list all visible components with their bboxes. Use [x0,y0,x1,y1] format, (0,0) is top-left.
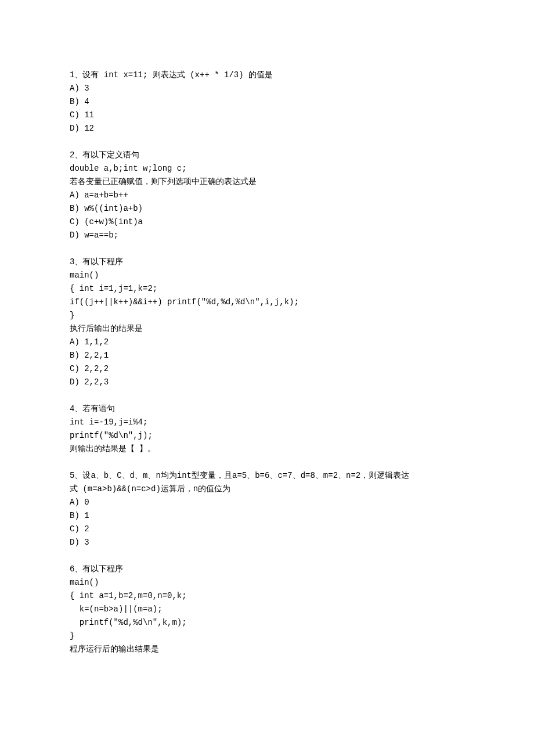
question-stem-line: 若各变量已正确赋值，则下列选项中正确的表达式是 [70,175,464,189]
question-option: D) 3 [70,536,464,549]
question-stem-line: printf("%d\n",j); [70,429,464,442]
question-1: 1、设有 int x=11; 则表达式 (x++ * 1/3) 的值是 A) 3… [70,69,464,135]
question-option: C) 11 [70,109,464,122]
question-option: C) (c+w)%(int)a [70,215,464,229]
question-option: D) w=a==b; [70,229,464,242]
question-stem-line: printf("%d,%d\n",k,m); [70,616,464,629]
question-stem-line: 式 (m=a>b)&&(n=c>d)运算后，n的值位为 [70,483,464,496]
question-stem-line: 程序运行后的输出结果是 [70,643,464,656]
question-option: B) 1 [70,509,464,523]
question-option: A) 3 [70,82,464,95]
question-stem-line: 1、设有 int x=11; 则表达式 (x++ * 1/3) 的值是 [70,69,464,82]
question-3: 3、有以下程序 main() { int i=1,j=1,k=2; if((j+… [70,255,464,389]
question-option: A) a=a+b=b++ [70,189,464,202]
question-option: C) 2 [70,523,464,536]
question-stem-line: k=(n=b>a)||(m=a); [70,603,464,616]
question-option: A) 0 [70,496,464,509]
question-option: B) 2,2,1 [70,349,464,362]
question-2: 2、有以下定义语句 double a,b;int w;long c; 若各变量已… [70,149,464,242]
question-option: B) 4 [70,95,464,109]
question-stem-line: { int a=1,b=2,m=0,n=0,k; [70,589,464,603]
question-stem-line: main() [70,576,464,589]
question-option: A) 1,1,2 [70,336,464,349]
question-stem-line: 2、有以下定义语句 [70,149,464,162]
question-option: D) 12 [70,122,464,135]
question-option: D) 2,2,3 [70,376,464,389]
question-stem-line: int i=-19,j=i%4; [70,416,464,429]
question-6: 6、有以下程序 main() { int a=1,b=2,m=0,n=0,k; … [70,563,464,656]
question-stem-line: if((j++||k++)&&i++) printf("%d,%d,%d\n",… [70,296,464,309]
question-stem-line: } [70,309,464,322]
question-stem-line: 3、有以下程序 [70,255,464,269]
question-stem-line: } [70,629,464,643]
question-5: 5、设a、b、C、d、m、n均为int型变量，且a=5、b=6、c=7、d=8、… [70,469,464,549]
question-stem-line: 6、有以下程序 [70,563,464,576]
question-stem-line: 4、若有语句 [70,402,464,416]
question-4: 4、若有语句 int i=-19,j=i%4; printf("%d\n",j)… [70,402,464,456]
question-option: B) w%((int)a+b) [70,202,464,215]
question-stem-line: 5、设a、b、C、d、m、n均为int型变量，且a=5、b=6、c=7、d=8、… [70,469,464,483]
question-stem-line: { int i=1,j=1,k=2; [70,282,464,296]
question-stem-line: main() [70,269,464,282]
question-stem-line: 则输出的结果是【 】。 [70,442,464,456]
document-page: 1、设有 int x=11; 则表达式 (x++ * 1/3) 的值是 A) 3… [0,0,534,756]
question-option: C) 2,2,2 [70,362,464,376]
question-stem-line: double a,b;int w;long c; [70,162,464,175]
question-stem-line: 执行后输出的结果是 [70,322,464,336]
